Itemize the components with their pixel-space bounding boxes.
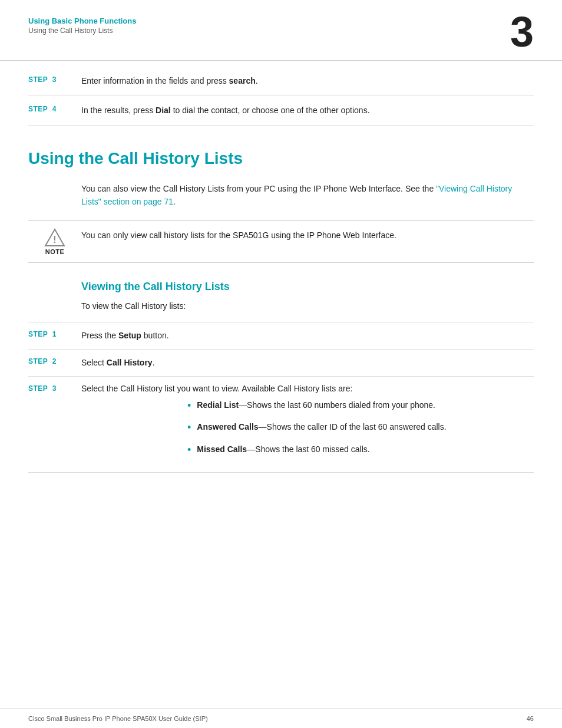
search-keyword: search — [229, 76, 256, 85]
sub-step-row: STEP 3 Select the Call History list you … — [28, 376, 534, 473]
bullet-item: • Redial List—Shows the last 60 numbers … — [187, 399, 534, 413]
sub-step-label-3: STEP 3 — [28, 384, 81, 393]
intro-text-after: . — [173, 197, 176, 206]
bullet-3-text: Missed Calls—Shows the last 60 missed ca… — [197, 443, 369, 456]
step-3-content: Enter information in the fields and pres… — [81, 75, 534, 87]
dial-keyword: Dial — [156, 106, 171, 115]
missed-calls-keyword: Missed Calls — [197, 444, 247, 454]
footer-page-number: 46 — [527, 715, 534, 722]
page-header: Using Basic Phone Functions Using the Ca… — [0, 0, 562, 61]
header-left: Using Basic Phone Functions Using the Ca… — [28, 17, 136, 35]
sub-step-2-content: Select Call History. — [81, 357, 534, 369]
svg-text:!: ! — [53, 235, 56, 245]
setup-keyword: Setup — [118, 331, 141, 340]
note-text: You can only view call history lists for… — [81, 228, 534, 242]
note-icon-area: ! NOTE — [28, 228, 81, 255]
page-container: Using Basic Phone Functions Using the Ca… — [0, 0, 562, 728]
subsection-heading: Viewing the Call History Lists — [81, 281, 534, 293]
subsection-steps: STEP 1 Press the Setup button. STEP 2 Se… — [28, 322, 534, 473]
step-row: STEP 3 Enter information in the fields a… — [28, 67, 534, 96]
warning-triangle-icon: ! — [44, 228, 65, 247]
page-footer: Cisco Small Business Pro IP Phone SPA50X… — [0, 709, 562, 728]
step-4-content: In the results, press Dial to dial the c… — [81, 104, 534, 117]
answered-calls-keyword: Answered Calls — [197, 422, 258, 431]
bullet-item: • Missed Calls—Shows the last 60 missed … — [187, 443, 534, 457]
chapter-title: Using Basic Phone Functions — [28, 17, 136, 25]
header-section-title: Using the Call History Lists — [28, 27, 136, 35]
sub-step-3-content: Select the Call History list you want to… — [81, 384, 534, 465]
subsection-intro: To view the Call History lists: — [81, 300, 534, 312]
bullet-dot-icon: • — [187, 443, 191, 457]
intro-paragraph: You can also view the Call History Lists… — [81, 182, 534, 209]
call-history-keyword: Call History — [107, 358, 153, 367]
redial-list-keyword: Redial List — [197, 400, 239, 410]
bullet-2-text: Answered Calls—Shows the caller ID of th… — [197, 421, 446, 433]
footer-left-text: Cisco Small Business Pro IP Phone SPA50X… — [28, 715, 208, 722]
note-box: ! NOTE You can only view call history li… — [28, 220, 534, 263]
sub-step-1-content: Press the Setup button. — [81, 330, 534, 342]
step-row: STEP 4 In the results, press Dial to dia… — [28, 96, 534, 126]
chapter-number: 3 — [510, 11, 534, 53]
main-section-heading: Using the Call History Lists — [28, 149, 534, 168]
pre-steps: STEP 3 Enter information in the fields a… — [28, 67, 534, 126]
bullet-list: • Redial List—Shows the last 60 numbers … — [187, 399, 534, 457]
bullet-dot-icon: • — [187, 421, 191, 434]
bullet-item: • Answered Calls—Shows the caller ID of … — [187, 421, 534, 434]
sub-step-3-text: Select the Call History list you want to… — [81, 384, 352, 393]
sub-step-label-2: STEP 2 — [28, 357, 81, 365]
bullet-dot-icon: • — [187, 399, 191, 413]
sub-step-row: STEP 2 Select Call History. — [28, 349, 534, 376]
sub-step-row: STEP 1 Press the Setup button. — [28, 322, 534, 349]
sub-step-label-1: STEP 1 — [28, 330, 81, 338]
bullet-1-text: Redial List—Shows the last 60 numbers di… — [197, 399, 435, 411]
step-label-4: STEP 4 — [28, 104, 81, 113]
step-label-3: STEP 3 — [28, 75, 81, 84]
note-label: NOTE — [45, 248, 65, 255]
main-content: STEP 3 Enter information in the fields a… — [0, 67, 562, 473]
intro-text-before: You can also view the Call History Lists… — [81, 184, 436, 193]
